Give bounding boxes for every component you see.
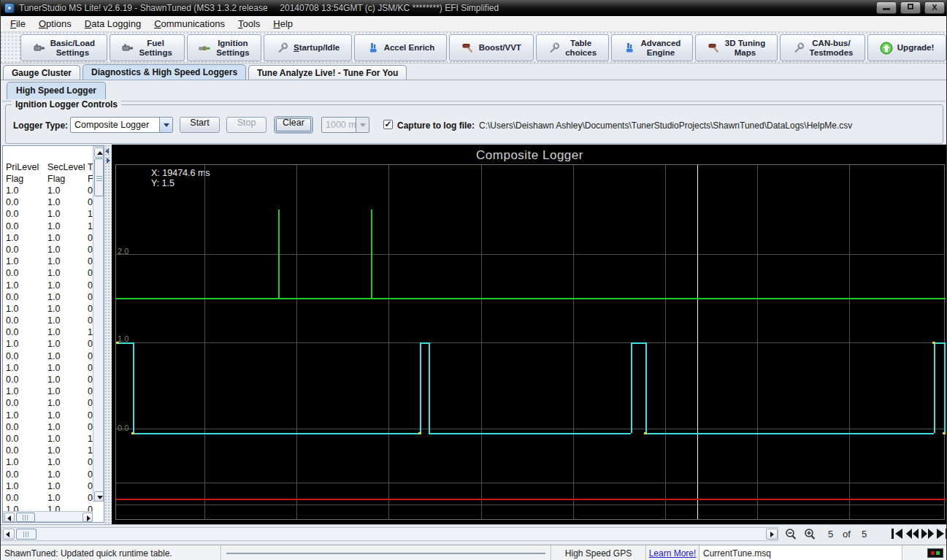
trace-segment-secondary-cam-signal <box>133 342 134 433</box>
next-page-icon[interactable] <box>921 528 935 540</box>
horizontal-scroll-thumb[interactable] <box>16 513 35 522</box>
table-cell: 1.0 <box>6 185 18 196</box>
horizontal-gridline <box>116 429 944 429</box>
table-row: 1.01.00 <box>3 304 93 315</box>
table-cell: 1.0 <box>6 363 18 373</box>
wrench-icon <box>276 42 289 55</box>
zoom-out-icon[interactable] <box>783 527 798 545</box>
toolbar-button-table-choices[interactable]: Tablechoices <box>536 34 609 61</box>
capture-label: Capture to log file: <box>397 120 475 131</box>
vertical-scroll-thumb[interactable] <box>94 158 104 196</box>
learn-more-link[interactable]: Learn More! <box>649 548 697 559</box>
tab-high-speed-logger[interactable]: High Speed Logger <box>7 82 106 99</box>
menu-item-data-logging[interactable]: Data Logging <box>78 17 147 31</box>
collapse-left-icon[interactable] <box>105 148 109 154</box>
table-cell: 1.0 <box>47 292 60 302</box>
chart-horizontal-scrollbar[interactable] <box>1 527 778 541</box>
menu-item-options[interactable]: Options <box>32 17 78 31</box>
table-cell: 1.0 <box>47 410 60 421</box>
table-cell: 0 <box>88 481 93 491</box>
toolbar-button-accel-enrich[interactable]: Accel Enrich <box>354 34 447 61</box>
first-page-icon[interactable] <box>890 528 904 540</box>
table-cell: 1.0 <box>6 481 18 491</box>
tab-tune-analyze-live-tune-for-you[interactable]: Tune Analyze Live! - Tune For You <box>248 65 407 81</box>
start-button[interactable]: Start <box>180 117 220 133</box>
toolbar-button-advanced-engine[interactable]: AdvancedEngine <box>611 34 693 61</box>
toolbar-button-3d-tuning-maps[interactable]: 3D TuningMaps <box>695 34 778 61</box>
chart-plot-area[interactable]: X: 19474.6 ms Y: 1.5 2.01.00.0 <box>115 164 945 520</box>
panel-splitter[interactable] <box>105 145 112 523</box>
menu-item-help[interactable]: Help <box>267 17 299 31</box>
cursor-position-line <box>697 165 698 519</box>
table-horizontal-scrollbar[interactable] <box>3 511 93 522</box>
expand-right-icon[interactable] <box>107 158 110 164</box>
composite-logger-chart: Composite Logger X: 19474.6 ms Y: 1.5 2.… <box>112 145 947 524</box>
menu-item-file[interactable]: File <box>4 17 32 31</box>
scroll-down-button[interactable] <box>94 491 104 502</box>
capture-to-log-checkbox[interactable]: ✓ <box>383 120 393 129</box>
toolbar-button-upgrade[interactable]: Upgrade! <box>867 34 946 61</box>
horizontal-gridline <box>116 483 944 483</box>
scroll-right-button[interactable] <box>83 513 93 522</box>
table-cell: 1.0 <box>47 505 60 511</box>
table-cell: 0 <box>88 185 93 196</box>
trace-segment-third-signal <box>116 499 946 500</box>
main-tab-bar: Gauge ClusterDiagnostics & High Speed Lo… <box>1 64 947 80</box>
toolbar-button-startup-idle[interactable]: Startup/Idle <box>264 34 352 61</box>
menu-item-communications[interactable]: Communications <box>147 17 231 31</box>
ignition-logger-controls-group: Ignition Logger Controls Logger Type: Co… <box>5 104 943 144</box>
tab-gauge-cluster[interactable]: Gauge Cluster <box>3 65 80 81</box>
chevron-down-icon[interactable] <box>159 118 172 132</box>
horizontal-gridline <box>116 254 944 255</box>
data-point-marker <box>932 342 935 344</box>
table-vertical-scrollbar[interactable] <box>93 146 104 502</box>
table-row: 1.01.00 <box>3 256 93 268</box>
scroll-up-button[interactable] <box>94 147 104 158</box>
page-total: 5 <box>862 529 867 540</box>
restore-button[interactable] <box>900 1 921 14</box>
table-cell: 1.0 <box>6 505 18 511</box>
table-cell: 1.0 <box>47 445 60 456</box>
scroll-left-button[interactable] <box>4 513 15 522</box>
tab-diagnostics-high-speed-loggers[interactable]: Diagnostics & High Speed Loggers <box>83 64 246 81</box>
clear-button[interactable]: Clear <box>275 117 313 133</box>
horizontal-scroll-thumb[interactable] <box>16 529 37 540</box>
y-axis-tick-label: 0.0 <box>118 423 129 432</box>
close-button[interactable]: X <box>924 1 945 14</box>
table-rows: 1.01.000.01.000.01.010.01.011.01.000.01.… <box>3 185 93 511</box>
table-cell: 1.0 <box>47 375 60 385</box>
data-point-marker <box>131 432 134 434</box>
table-cell: 0.0 <box>6 493 18 503</box>
toolbar-button-basic-load-settings[interactable]: Basic/LoadSettings <box>20 34 107 61</box>
title-bar[interactable]: TunerStudio MS Lite! v2.6.19 - ShawnTune… <box>1 0 947 16</box>
toolbar: Basic/LoadSettingsFuelSettingsIgnitionSe… <box>1 32 947 64</box>
table-cell: 0.0 <box>6 292 18 302</box>
scroll-right-button[interactable] <box>766 529 778 540</box>
table-cell: 1 <box>88 221 93 231</box>
logger-type-label: Logger Type: <box>13 120 68 131</box>
table-cell: 1.0 <box>6 280 18 291</box>
table-cell: 0.0 <box>6 245 18 255</box>
page-of-label: of <box>843 529 851 540</box>
table-cell: 0 <box>88 410 93 421</box>
table-row: 0.01.00 <box>3 375 93 386</box>
toolbar-button-can-bus-testmodes[interactable]: CAN-bus/Testmodes <box>780 34 865 61</box>
zoom-in-icon[interactable] <box>802 527 817 545</box>
previous-page-icon[interactable] <box>905 528 919 540</box>
chevron-down-icon <box>356 118 369 132</box>
toolbar-button-ignition-settings[interactable]: IgnitionSettings <box>187 34 262 61</box>
table-header-row: FlagFlagF <box>3 174 93 185</box>
minimize-button[interactable] <box>876 1 897 14</box>
toolbar-button-fuel-settings[interactable]: FuelSettings <box>110 34 185 61</box>
toolbar-button-boost-vvt[interactable]: Boost/VVT <box>449 34 534 61</box>
app-icon <box>4 3 15 13</box>
data-point-marker <box>418 432 421 434</box>
logger-type-select[interactable]: Composite Logger <box>70 117 173 133</box>
cursor-y-value: Y: 1.5 <box>151 178 210 188</box>
table-cell: 0 <box>88 315 93 326</box>
menu-item-tools[interactable]: Tools <box>231 17 267 31</box>
last-page-icon[interactable] <box>935 528 947 540</box>
trace-segment-secondary-cam-signal <box>429 433 631 434</box>
table-cell: 0.0 <box>6 398 18 408</box>
scroll-left-button[interactable] <box>3 529 15 540</box>
